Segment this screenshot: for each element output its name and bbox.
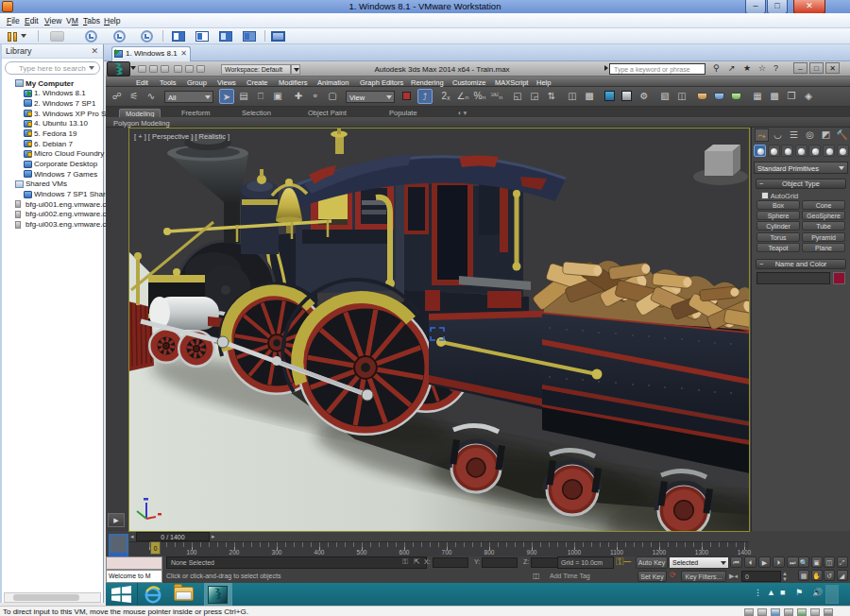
svg-text:[ + ] [ Perspective ] [ Realis: [ + ] [ Perspective ] [ Realistic ] xyxy=(134,132,230,141)
